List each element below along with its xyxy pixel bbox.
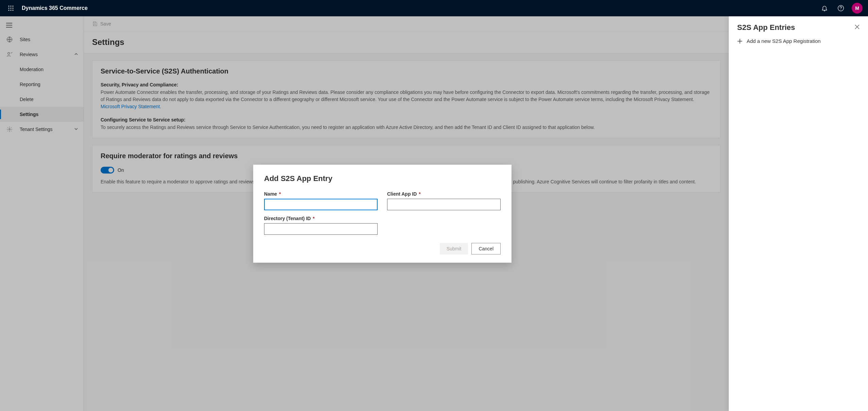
app-launcher-button[interactable]: [3, 0, 19, 16]
svg-point-2: [13, 6, 14, 7]
avatar[interactable]: M: [852, 3, 863, 14]
client-id-label: Client App ID *: [387, 191, 501, 197]
svg-point-3: [8, 8, 10, 9]
add-s2s-dialog: Add S2S App Entry Name * Client App ID *…: [253, 165, 511, 263]
svg-point-7: [11, 10, 12, 11]
svg-point-1: [11, 6, 12, 7]
panel-title: S2S App Entries: [737, 23, 854, 32]
question-icon: [837, 5, 844, 12]
dialog-title: Add S2S App Entry: [264, 174, 501, 183]
notifications-button[interactable]: [816, 0, 833, 16]
add-s2s-registration-button[interactable]: Add a new S2S App Registration: [729, 36, 868, 46]
topbar: Dynamics 365 Commerce M: [0, 0, 868, 16]
help-button[interactable]: [833, 0, 849, 16]
client-id-field: Client App ID *: [387, 191, 501, 210]
svg-point-5: [13, 8, 14, 9]
avatar-initial: M: [855, 5, 859, 11]
name-field: Name *: [264, 191, 378, 210]
tenant-id-label: Directory (Tenant) ID *: [264, 216, 378, 221]
panel-close-button[interactable]: [854, 24, 860, 31]
add-s2s-label: Add a new S2S App Registration: [747, 38, 821, 44]
app-title: Dynamics 365 Commerce: [22, 5, 88, 11]
waffle-icon: [8, 5, 14, 11]
s2s-entries-panel: S2S App Entries Add a new S2S App Regist…: [729, 16, 868, 411]
svg-point-10: [840, 10, 841, 10]
client-id-input[interactable]: [387, 199, 501, 210]
svg-point-8: [13, 10, 14, 11]
cancel-button[interactable]: Cancel: [471, 243, 501, 254]
close-icon: [854, 24, 860, 30]
svg-point-4: [11, 8, 12, 9]
plus-icon: [737, 38, 743, 44]
svg-point-6: [8, 10, 10, 11]
submit-button[interactable]: Submit: [440, 243, 468, 254]
tenant-id-field: Directory (Tenant) ID *: [264, 216, 378, 235]
name-input[interactable]: [264, 199, 378, 210]
bell-icon: [821, 5, 828, 12]
tenant-id-input[interactable]: [264, 223, 378, 235]
name-label: Name *: [264, 191, 378, 197]
svg-point-0: [8, 6, 10, 7]
